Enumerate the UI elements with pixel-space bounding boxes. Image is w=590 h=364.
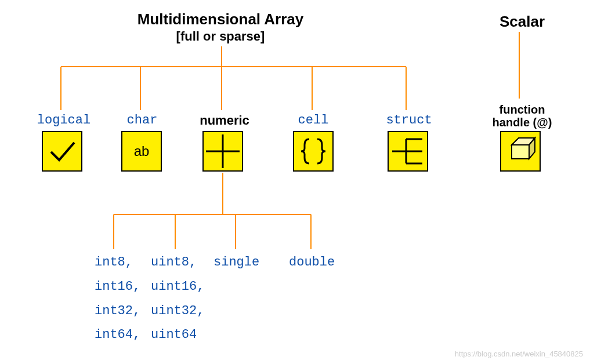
numeric-uint-col: uint8, uint16, uint32, uint64 [151, 250, 204, 347]
numeric-single: single [213, 250, 259, 275]
numeric-double: double [289, 250, 335, 275]
connector-numeric-children [0, 0, 590, 267]
numeric-int-col: int8, int16, int32, int64, [95, 250, 140, 347]
watermark: https://blog.csdn.net/weixin_45840825 [455, 350, 583, 358]
